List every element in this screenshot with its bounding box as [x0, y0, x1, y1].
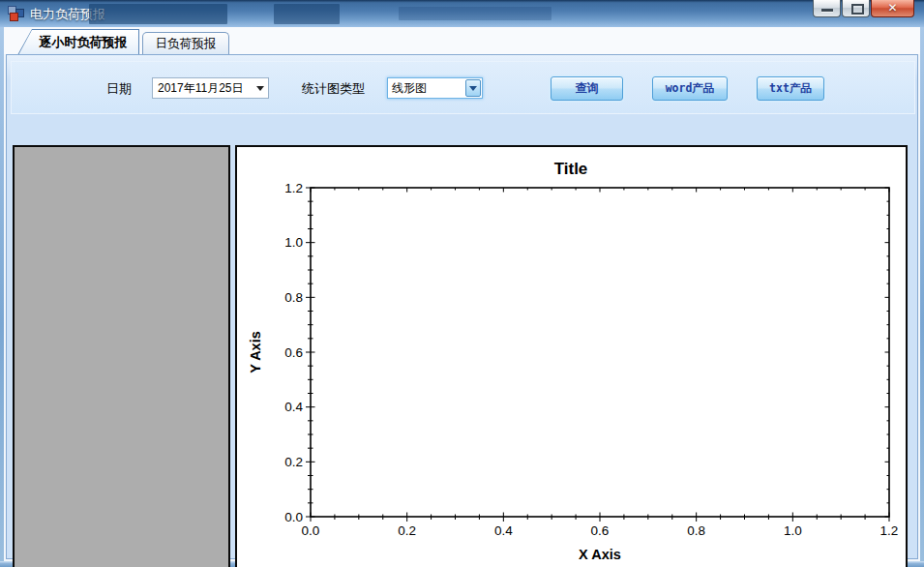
txt-product-button[interactable]: txt产品 — [757, 76, 824, 101]
svg-text:1.2: 1.2 — [284, 181, 303, 195]
app-window: 电力负荷预报 逐小时负荷预报 日负荷预报 日期 — [0, 0, 924, 567]
toolbar: 日期 2017年11月25日 统计图类型 线形图 查询 word产品 txt产品 — [11, 61, 915, 114]
left-panel — [13, 145, 230, 567]
app-icon — [8, 6, 23, 21]
close-button[interactable] — [871, 0, 914, 17]
window-controls — [813, 0, 914, 17]
svg-text:0.4: 0.4 — [494, 523, 513, 538]
svg-text:0.6: 0.6 — [591, 523, 610, 538]
titlebar[interactable]: 电力负荷预报 — [0, 0, 924, 27]
client-area: 逐小时负荷预报 日负荷预报 日期 2017年11月25日 统计图类型 线形图 — [4, 27, 920, 561]
svg-text:1.0: 1.0 — [284, 235, 303, 250]
svg-text:Title: Title — [554, 160, 588, 178]
chart-panel: 0.00.20.40.60.81.01.20.00.20.40.60.81.01… — [235, 145, 908, 567]
window-border-right — [920, 27, 924, 567]
tab-daily-forecast-label: 日负荷预报 — [156, 36, 217, 52]
chevron-down-icon[interactable] — [253, 86, 268, 91]
chart-type-value: 线形图 — [388, 80, 465, 97]
svg-text:1.0: 1.0 — [784, 523, 802, 538]
svg-text:0.6: 0.6 — [284, 345, 303, 360]
tab-hourly-forecast-label: 逐小时负荷预报 — [18, 30, 138, 55]
svg-text:0.0: 0.0 — [284, 510, 303, 524]
svg-text:0.0: 0.0 — [302, 523, 320, 538]
svg-text:X Axis: X Axis — [579, 547, 621, 562]
svg-text:0.4: 0.4 — [284, 400, 303, 414]
date-picker[interactable]: 2017年11月25日 — [152, 77, 269, 99]
query-button[interactable]: 查询 — [551, 76, 623, 101]
tab-strip: 逐小时负荷预报 日负荷预报 — [4, 27, 920, 54]
svg-text:0.2: 0.2 — [398, 523, 416, 538]
tab-page: 日期 2017年11月25日 统计图类型 线形图 查询 word产品 txt产品… — [6, 54, 918, 559]
date-picker-value: 2017年11月25日 — [153, 80, 253, 97]
maximize-button[interactable] — [842, 0, 870, 17]
svg-text:0.8: 0.8 — [284, 290, 303, 305]
titlebar-redaction — [399, 7, 551, 20]
titlebar-redaction — [89, 4, 227, 24]
tab-hourly-forecast[interactable]: 逐小时负荷预报 — [17, 29, 139, 55]
svg-text:Y Axis: Y Axis — [248, 331, 263, 373]
tab-daily-forecast[interactable]: 日负荷预报 — [142, 32, 229, 55]
date-label: 日期 — [106, 80, 132, 98]
chart-type-label: 统计图类型 — [302, 80, 365, 98]
svg-text:0.2: 0.2 — [284, 455, 303, 469]
titlebar-redaction — [274, 4, 340, 24]
word-product-button[interactable]: word产品 — [652, 76, 728, 101]
chart-type-combobox[interactable]: 线形图 — [387, 77, 483, 99]
svg-text:1.2: 1.2 — [880, 523, 899, 538]
chevron-down-icon[interactable] — [465, 79, 481, 97]
svg-text:0.8: 0.8 — [687, 523, 705, 538]
minimize-button[interactable] — [813, 0, 841, 17]
chart-svg: 0.00.20.40.60.81.01.20.00.20.40.60.81.01… — [237, 147, 906, 567]
